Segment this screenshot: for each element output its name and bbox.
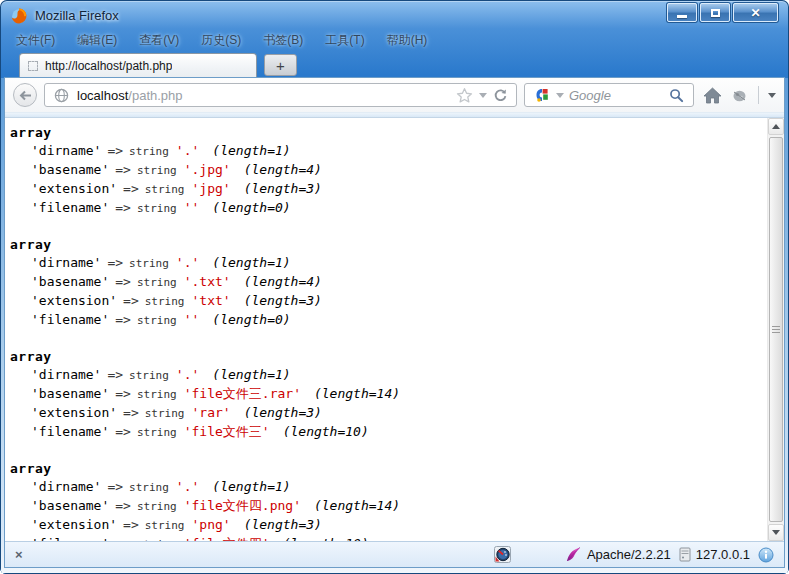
bookmark-star-icon[interactable]: [456, 87, 473, 104]
apache-feather-icon: [565, 546, 582, 563]
scroll-down-button[interactable]: [768, 524, 784, 541]
vardump-row: 'extension'=>string'jpg'(length=3): [10, 180, 758, 199]
minimize-button[interactable]: [667, 3, 697, 22]
browser-window: Mozilla Firefox ✕ 文件(F) 编辑(E) 查看(V) 历史(S…: [0, 0, 789, 574]
vardump-row: 'filename'=>string'file文件三'(length=10): [10, 423, 758, 442]
ip-info[interactable]: 127.0.0.1: [679, 547, 750, 562]
url-bar[interactable]: localhost/path.php: [44, 83, 517, 107]
tab-active[interactable]: http://localhost/path.php: [19, 53, 257, 78]
titlebar: Mozilla Firefox ✕: [0, 0, 789, 28]
firefox-icon: [10, 7, 28, 25]
vardump-block-2: array 'dirname'=>string'.'(length=1) 'ba…: [10, 236, 758, 330]
scroll-down-icon: [772, 530, 780, 535]
page-speed-gauge-button[interactable]: [494, 546, 511, 563]
close-icon: ✕: [750, 7, 760, 19]
search-input[interactable]: [567, 87, 666, 104]
vardump-row: 'basename'=>string'.txt'(length=4): [10, 273, 758, 292]
vardump-row: 'filename'=>string''(length=0): [10, 311, 758, 330]
back-icon: [19, 90, 32, 101]
server-info[interactable]: Apache/2.2.21: [565, 546, 671, 563]
menu-tools[interactable]: 工具(T): [317, 29, 372, 52]
home-icon: [703, 87, 722, 104]
menu-help[interactable]: 帮助(H): [379, 29, 436, 52]
chevron-down-icon: [768, 93, 776, 98]
vardump-row: 'extension'=>string'txt'(length=3): [10, 292, 758, 311]
url-host: localhost: [77, 88, 128, 103]
vardump-row: 'basename'=>string'.jpg'(length=4): [10, 161, 758, 180]
maximize-button[interactable]: [700, 3, 730, 22]
google-logo-icon[interactable]: [534, 87, 550, 103]
window-title: Mozilla Firefox: [35, 8, 119, 23]
scroll-up-button[interactable]: [768, 118, 784, 135]
history-dropdown-icon[interactable]: [479, 93, 487, 98]
vardump-row: 'filename'=>string'file文件四'(length=10): [10, 535, 758, 541]
navigation-toolbar: localhost/path.php: [5, 78, 784, 112]
client-area: localhost/path.php: [5, 78, 784, 567]
vardump-row: 'extension'=>string'rar'(length=3): [10, 404, 758, 423]
gauge-icon: [494, 546, 511, 563]
menu-view[interactable]: 查看(V): [131, 29, 187, 52]
page-content: array 'dirname'=>string'.'(length=1) 'ba…: [5, 118, 784, 541]
vardump-row: 'extension'=>string'png'(length=3): [10, 516, 758, 535]
window-controls: ✕: [667, 3, 778, 22]
menu-history[interactable]: 历史(S): [193, 29, 249, 52]
server-ip: 127.0.0.1: [696, 547, 750, 562]
vertical-scrollbar[interactable]: [767, 118, 784, 541]
back-button[interactable]: [13, 83, 37, 107]
array-title: array: [10, 348, 758, 366]
tab-title: http://localhost/path.php: [45, 59, 172, 73]
addon-button[interactable]: [731, 88, 748, 103]
tab-strip: http://localhost/path.php +: [0, 52, 789, 78]
minimize-icon: [677, 15, 687, 18]
scrollbar-grip-icon: [772, 326, 780, 334]
new-tab-button[interactable]: +: [264, 54, 297, 76]
addon-bar: ×: [5, 541, 784, 567]
vardump-row: 'dirname'=>string'.'(length=1): [10, 478, 758, 497]
server-icon: [679, 547, 691, 562]
vardump-row: 'dirname'=>string'.'(length=1): [10, 142, 758, 161]
array-title: array: [10, 460, 758, 478]
vardump-row: 'dirname'=>string'.'(length=1): [10, 366, 758, 385]
search-magnifier-icon[interactable]: [669, 88, 684, 103]
array-title: array: [10, 124, 758, 142]
reload-icon[interactable]: [493, 88, 508, 103]
menu-file[interactable]: 文件(F): [8, 29, 63, 52]
url-text: localhost/path.php: [77, 88, 183, 103]
statusbar-right: Apache/2.2.21 127.0.0.1: [494, 546, 774, 563]
info-icon: [758, 547, 774, 563]
scrollbar-thumb[interactable]: [769, 137, 783, 522]
menubar: 文件(F) 编辑(E) 查看(V) 历史(S) 书签(B) 工具(T) 帮助(H…: [8, 28, 781, 52]
tab-favicon-placeholder-icon: [28, 61, 38, 71]
vardump-row: 'basename'=>string'file文件三.rar'(length=1…: [10, 385, 758, 404]
vardump-row: 'dirname'=>string'.'(length=1): [10, 254, 758, 273]
maximize-icon: [711, 9, 720, 17]
menu-bookmarks[interactable]: 书签(B): [255, 29, 311, 52]
vardump-block-4: array 'dirname'=>string'.'(length=1) 'ba…: [10, 460, 758, 541]
info-button[interactable]: [758, 547, 774, 563]
vardump-row: 'basename'=>string'file文件四.png'(length=1…: [10, 497, 758, 516]
addon-bar-close-button[interactable]: ×: [15, 548, 23, 561]
home-button[interactable]: [703, 87, 722, 104]
var-dump-output: array 'dirname'=>string'.'(length=1) 'ba…: [5, 118, 784, 541]
toolbar-separator: [758, 86, 759, 104]
site-globe-icon: [54, 88, 69, 103]
url-path: /path.php: [128, 88, 182, 103]
close-button[interactable]: ✕: [733, 3, 778, 22]
vardump-row: 'filename'=>string''(length=0): [10, 199, 758, 218]
search-box[interactable]: [524, 83, 694, 107]
array-title: array: [10, 236, 758, 254]
menu-edit[interactable]: 编辑(E): [69, 29, 125, 52]
vardump-block-1: array 'dirname'=>string'.'(length=1) 'ba…: [10, 124, 758, 218]
addon-icon: [731, 88, 748, 103]
vardump-block-3: array 'dirname'=>string'.'(length=1) 'ba…: [10, 348, 758, 442]
search-engine-dropdown-icon[interactable]: [556, 93, 564, 98]
server-version: Apache/2.2.21: [587, 547, 671, 562]
scroll-up-icon: [772, 124, 780, 129]
toolbar-overflow-button[interactable]: [768, 93, 776, 98]
